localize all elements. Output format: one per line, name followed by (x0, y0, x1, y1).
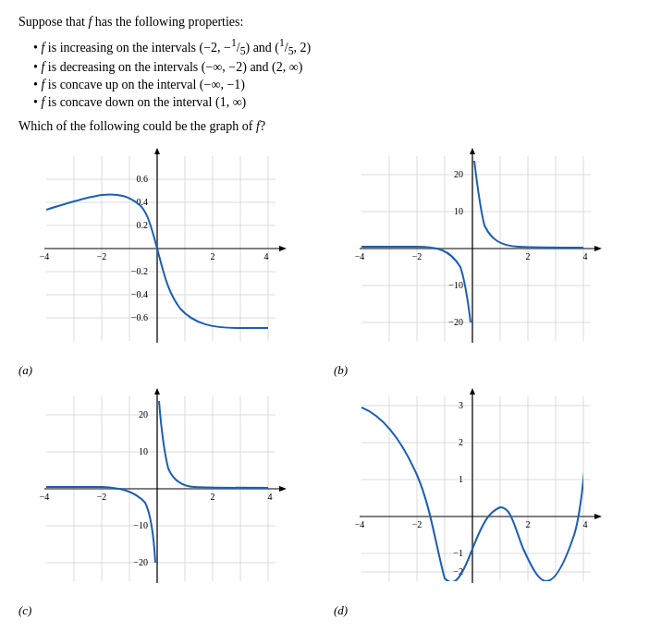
graph-a: −4 −2 2 4 0.6 0.4 0.2 −0.2 −0.4 −0.6 (a) (18, 147, 315, 378)
svg-text:2: 2 (211, 251, 215, 261)
svg-text:2: 2 (211, 492, 215, 502)
question-text: Which of the following could be the grap… (18, 119, 631, 134)
svg-marker-45 (470, 148, 475, 154)
property-1: f is increasing on the intervals (−2, −1… (33, 37, 631, 57)
svg-text:−20: −20 (133, 557, 148, 567)
svg-marker-18 (154, 148, 160, 154)
svg-marker-69 (279, 486, 287, 492)
graph-b-svg: −4 −2 2 4 20 10 −10 −20 (334, 147, 611, 359)
svg-text:2: 2 (526, 519, 531, 529)
svg-text:1: 1 (459, 474, 463, 484)
svg-text:0.6: 0.6 (137, 174, 149, 184)
svg-text:0.2: 0.2 (137, 220, 149, 230)
svg-text:−2: −2 (97, 251, 107, 261)
svg-text:4: 4 (264, 251, 269, 261)
graph-a-svg: −4 −2 2 4 0.6 0.4 0.2 −0.2 −0.4 −0.6 (18, 147, 296, 359)
svg-text:10: 10 (139, 446, 148, 456)
svg-text:−10: −10 (448, 280, 463, 290)
property-3: f is concave up on the interval (−∞, −1) (33, 78, 631, 92)
svg-text:20: 20 (454, 169, 463, 179)
svg-marker-96 (470, 388, 475, 395)
svg-text:10: 10 (454, 206, 463, 216)
graph-d-label: (d) (334, 603, 348, 618)
svg-text:4: 4 (268, 492, 273, 502)
svg-text:−20: −20 (448, 317, 463, 327)
graphs-grid: −4 −2 2 4 0.6 0.4 0.2 −0.2 −0.4 −0.6 (a) (18, 147, 631, 618)
svg-text:20: 20 (139, 409, 148, 419)
svg-text:−4: −4 (355, 519, 365, 529)
svg-text:−4: −4 (355, 251, 365, 261)
graph-c-label: (c) (18, 603, 31, 618)
svg-text:3: 3 (459, 400, 463, 410)
svg-text:−4: −4 (40, 251, 50, 261)
svg-text:0.4: 0.4 (137, 197, 149, 207)
property-2: f is decreasing on the intervals (−∞, −2… (33, 60, 631, 75)
svg-text:−0.2: −0.2 (131, 266, 148, 276)
graph-c-svg: −4 −2 2 4 20 10 −10 −20 (18, 387, 296, 600)
graph-d-svg: −4 −2 2 4 3 2 1 −1 −2 (334, 387, 611, 600)
svg-text:4: 4 (583, 251, 588, 261)
intro-text: Suppose that f has the following propert… (18, 15, 631, 30)
svg-marker-17 (279, 246, 287, 251)
graph-b: −4 −2 2 4 20 10 −10 −20 (b) (334, 147, 631, 378)
svg-text:−0.4: −0.4 (131, 289, 148, 299)
svg-text:2: 2 (459, 437, 463, 447)
graph-d: −4 −2 2 4 3 2 1 −1 −2 (d) (334, 387, 631, 618)
svg-text:−10: −10 (133, 520, 148, 530)
graph-b-label: (b) (334, 363, 348, 378)
graph-a-label: (a) (18, 363, 32, 378)
svg-text:2: 2 (526, 251, 531, 261)
svg-text:4: 4 (583, 519, 588, 529)
svg-text:−0.6: −0.6 (131, 312, 148, 322)
svg-text:−2: −2 (97, 492, 107, 502)
svg-marker-44 (594, 246, 602, 251)
property-4: f is concave down on the interval (1, ∞) (33, 95, 631, 110)
properties-list: f is increasing on the intervals (−2, −1… (33, 37, 631, 110)
svg-marker-95 (594, 514, 602, 519)
svg-text:−2: −2 (412, 251, 422, 261)
svg-text:−1: −1 (453, 548, 463, 558)
svg-text:−4: −4 (40, 492, 50, 502)
graph-c: −4 −2 2 4 20 10 −10 −20 (c) (18, 387, 315, 618)
svg-marker-70 (154, 388, 160, 395)
svg-text:−2: −2 (412, 519, 422, 529)
